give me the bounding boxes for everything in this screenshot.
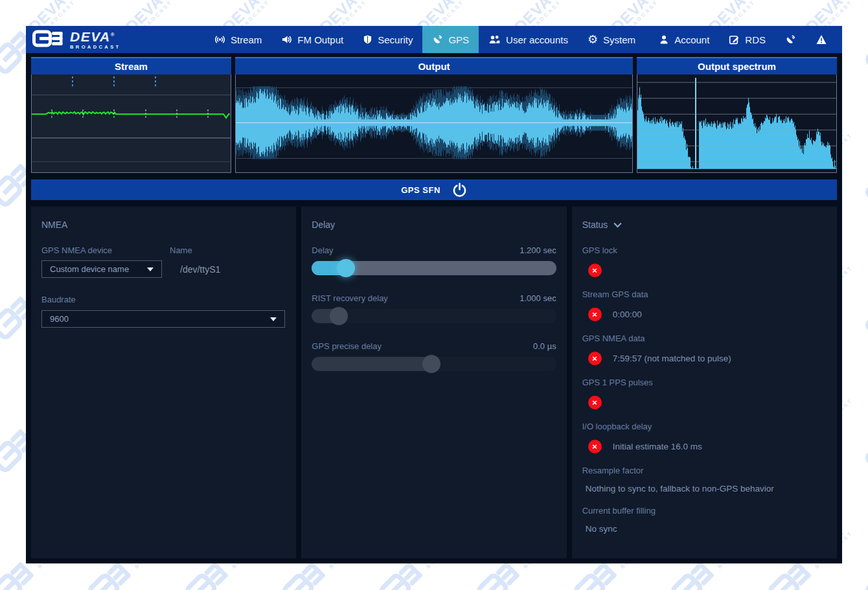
- nav-label: System: [603, 34, 635, 45]
- satellite-status-button[interactable]: [775, 26, 806, 53]
- app-window: DEVA® BROADCAST Stream: [26, 26, 842, 563]
- nav-item-user-accounts[interactable]: User accounts: [479, 26, 578, 53]
- error-icon: ×: [588, 308, 602, 321]
- satellite-dish-icon: [785, 34, 796, 45]
- baudrate-select[interactable]: 9600: [41, 310, 285, 328]
- error-icon: ×: [588, 396, 602, 409]
- watermark-logo: DEVABROADCAST: [853, 105, 868, 220]
- navbar: DEVA® BROADCAST Stream: [26, 26, 842, 53]
- slider-fill: [312, 357, 433, 371]
- status-item-stream-gps-data: Stream GPS data ×0:00:00: [582, 289, 827, 321]
- delay-panel: Delay Delay 1.200 sec RIST recovery dela…: [301, 207, 566, 558]
- output-spectrum-chart: [637, 74, 836, 172]
- slider-thumb[interactable]: [330, 307, 348, 325]
- output-panel: Output: [235, 57, 633, 173]
- status-heading-label: Status: [582, 220, 608, 230]
- output-panel-title: Output: [235, 57, 633, 74]
- alert-triangle-icon: [816, 34, 827, 45]
- rist-recovery-delay-slider[interactable]: [312, 309, 556, 323]
- output-spectrum-panel: Output spectrum: [637, 57, 837, 173]
- gps-precise-delay-slider[interactable]: [312, 357, 556, 371]
- alerts-button[interactable]: [806, 26, 837, 53]
- rist-recovery-delay-label: RIST recovery delay: [312, 293, 388, 303]
- nav-label: User accounts: [506, 34, 568, 45]
- nmea-panel: NMEA GPS NMEA device Name Custom device …: [31, 207, 296, 558]
- users-icon: [488, 34, 501, 45]
- status-item-gps-lock: GPS lock ×: [582, 245, 827, 277]
- status-item-gps-nmea-data: GPS NMEA data ×7:59:57 (not matched to p…: [582, 334, 827, 365]
- gps-precise-delay-label: GPS precise delay: [312, 341, 382, 351]
- error-icon: ×: [588, 440, 602, 453]
- chevron-down-icon: [270, 317, 277, 321]
- error-icon: ×: [588, 352, 602, 365]
- status-item-resample-factor: Resample factor ×Nothing to sync to, fal…: [582, 466, 827, 494]
- nav-item-system[interactable]: ⚙︎ System: [578, 26, 645, 53]
- device-name-value: /dev/ttyS1: [180, 264, 220, 275]
- gps-sfn-bar: GPS SFN: [31, 179, 837, 200]
- status-item-gps-1pps: GPS 1 PPS pulses ×: [582, 378, 827, 409]
- deva-logo: DEVA® BROADCAST: [26, 26, 143, 53]
- shield-icon: [363, 34, 372, 45]
- nmea-heading: NMEA: [41, 220, 286, 230]
- nav-label: Account: [674, 34, 709, 45]
- edit-icon: [729, 34, 740, 45]
- nav-item-fm-output[interactable]: FM Output: [271, 26, 353, 53]
- speaker-icon: [281, 34, 292, 45]
- status-item-current-buffer-filling: Current buffer filling ×No sync: [582, 506, 827, 534]
- user-icon: [659, 34, 669, 45]
- stream-chart: [32, 74, 231, 172]
- baudrate-label: Baudrate: [41, 295, 286, 304]
- delay-heading: Delay: [312, 220, 556, 230]
- name-label: Name: [170, 245, 192, 255]
- stream-panel-title: Stream: [31, 57, 231, 74]
- slider-thumb[interactable]: [337, 259, 355, 277]
- nav-label: Security: [378, 34, 413, 45]
- deva-emblem-icon: [32, 29, 65, 51]
- broadcast-icon: [214, 34, 225, 45]
- delay-slider-label: Delay: [312, 245, 333, 255]
- nav-label: GPS: [448, 34, 469, 45]
- chevron-down-icon: [613, 222, 622, 228]
- gps-precise-delay-value: 0.0 µs: [533, 341, 556, 351]
- stream-panel: Stream: [31, 57, 231, 173]
- watermark-logo: DEVABROADCAST: [853, 370, 868, 485]
- nav-item-gps[interactable]: GPS: [422, 26, 479, 53]
- nav-item-rds[interactable]: RDS: [719, 26, 775, 53]
- nav-label: RDS: [745, 34, 766, 45]
- output-spectrum-title: Output spectrum: [637, 57, 837, 74]
- baudrate-value: 9600: [50, 314, 69, 324]
- delay-slider[interactable]: [312, 261, 556, 275]
- nav-item-stream[interactable]: Stream: [205, 26, 271, 53]
- power-button[interactable]: [452, 183, 467, 198]
- status-panel: Status GPS lock × Stream GPS data ×0:00:…: [572, 207, 837, 558]
- nav-label: FM Output: [297, 34, 343, 45]
- watermark-logo: DEVABROADCAST: [853, 238, 868, 352]
- brand-sub: BROADCAST: [70, 45, 121, 50]
- status-heading[interactable]: Status: [582, 220, 827, 230]
- gps-nmea-device-value: Custom device name: [50, 264, 129, 274]
- status-item-io-loopback-delay: I/O loopback delay ×Initial estimate 16.…: [582, 422, 827, 453]
- gps-sfn-label: GPS SFN: [401, 185, 440, 195]
- slider-thumb[interactable]: [422, 355, 440, 373]
- gps-nmea-device-label: GPS NMEA device: [41, 245, 170, 255]
- rist-recovery-delay-value: 1.000 sec: [520, 293, 556, 303]
- gps-nmea-device-select[interactable]: Custom device name: [41, 260, 162, 278]
- error-icon: ×: [588, 264, 602, 277]
- delay-slider-value: 1.200 sec: [520, 245, 556, 255]
- output-waveform-chart: [236, 74, 632, 172]
- nav-item-security[interactable]: Security: [353, 26, 422, 53]
- nav-item-account[interactable]: Account: [649, 26, 719, 53]
- gear-icon: ⚙︎: [588, 34, 598, 45]
- chevron-down-icon: [147, 267, 154, 271]
- satellite-dish-icon: [432, 34, 443, 45]
- nav-label: Stream: [231, 34, 262, 45]
- brand-name: DEVA®: [70, 30, 121, 43]
